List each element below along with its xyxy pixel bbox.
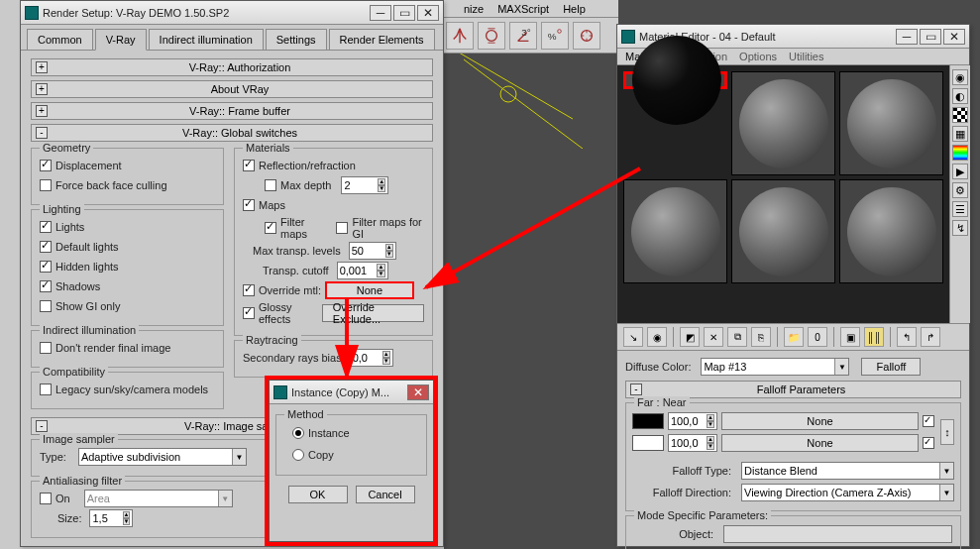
toolbar-align-icon[interactable] xyxy=(478,22,505,50)
minimize-button[interactable]: ─ xyxy=(896,29,918,45)
put-library-icon[interactable]: 📁 xyxy=(784,327,804,347)
maximize-button[interactable]: ▭ xyxy=(393,5,415,21)
sampler-type-select[interactable]: Adaptive subdivision▼ xyxy=(78,448,247,466)
material-id-icon[interactable]: 0 xyxy=(808,327,827,347)
background-icon[interactable] xyxy=(952,107,968,123)
get-material-icon[interactable]: ↘ xyxy=(623,327,643,347)
lights-checkbox[interactable] xyxy=(40,221,52,233)
near-map-button[interactable]: None xyxy=(721,434,919,452)
rollout-framebuffer[interactable]: +V-Ray:: Frame buffer xyxy=(31,102,433,120)
tab-settings[interactable]: Settings xyxy=(266,29,327,50)
sample-uv-icon[interactable]: ▦ xyxy=(952,126,968,142)
toolbar-spinner-icon[interactable] xyxy=(573,22,600,50)
dont-render-final-checkbox[interactable] xyxy=(40,342,52,354)
shadows-checkbox[interactable] xyxy=(40,280,52,292)
max-depth-checkbox[interactable] xyxy=(265,179,276,191)
max-transp-spinner[interactable]: ▲▼ xyxy=(349,242,396,260)
material-slot-6[interactable] xyxy=(839,179,943,283)
tab-render-elements[interactable]: Render Elements xyxy=(329,29,435,50)
toolbar-percent-icon[interactable]: % xyxy=(541,22,569,50)
tab-indirect[interactable]: Indirect illumination xyxy=(149,29,264,50)
video-color-icon[interactable] xyxy=(952,145,968,161)
swap-colors-icon[interactable]: ↕ xyxy=(940,419,954,445)
menu-maxscript[interactable]: MAXScript xyxy=(497,3,549,15)
force-back-face-checkbox[interactable] xyxy=(40,179,52,191)
far-map-checkbox[interactable] xyxy=(923,415,934,427)
toolbar-angle-icon[interactable]: 3° xyxy=(509,22,537,50)
near-amount-spinner[interactable]: ▲▼ xyxy=(668,434,717,452)
map-name-select[interactable]: Map #13▼ xyxy=(701,358,849,376)
render-setup-titlebar[interactable]: Render Setup: V-Ray DEMO 1.50.SP2 ─ ▭ ✕ xyxy=(21,1,443,25)
near-map-checkbox[interactable] xyxy=(923,437,934,449)
window-icon xyxy=(273,385,287,399)
falloff-type-select[interactable]: Distance Blend▼ xyxy=(741,462,954,480)
override-exclude-button[interactable]: Override Exclude... xyxy=(322,304,424,322)
sample-type-icon[interactable]: ◉ xyxy=(952,69,968,85)
options-icon[interactable]: ⚙ xyxy=(952,182,968,198)
aa-on-checkbox[interactable] xyxy=(40,493,52,504)
tab-common[interactable]: Common xyxy=(27,29,93,50)
secondary-bias-spinner[interactable]: ▲▼ xyxy=(350,349,393,367)
transp-cutoff-spinner[interactable]: ▲▼ xyxy=(337,262,388,279)
rollout-about[interactable]: +About VRay xyxy=(31,80,433,98)
reflection-checkbox[interactable] xyxy=(243,160,255,171)
select-by-material-icon[interactable]: ☰ xyxy=(952,201,968,217)
instance-dialog-titlebar[interactable]: Instance (Copy) M... ✕ xyxy=(270,381,433,404)
tab-vray[interactable]: V-Ray xyxy=(95,29,147,51)
reset-map-icon[interactable]: ✕ xyxy=(704,327,723,347)
color-swatch-far[interactable] xyxy=(632,413,664,429)
override-mtl-checkbox[interactable] xyxy=(243,284,255,296)
material-slot-3[interactable] xyxy=(839,71,943,175)
map-type-button[interactable]: Falloff xyxy=(861,358,921,376)
menu-help[interactable]: Help xyxy=(563,3,586,15)
material-map-nav-icon[interactable]: ↯ xyxy=(952,220,968,236)
method-group: Method Instance Copy xyxy=(275,414,427,476)
displacement-checkbox[interactable] xyxy=(40,160,52,171)
override-mtl-button[interactable]: None xyxy=(325,281,414,299)
make-copy-icon[interactable]: ⧉ xyxy=(727,327,747,347)
far-map-button[interactable]: None xyxy=(721,412,919,430)
menu-utilities[interactable]: Utilities xyxy=(789,51,823,62)
color-swatch-near[interactable] xyxy=(632,435,664,451)
far-amount-spinner[interactable]: ▲▼ xyxy=(668,412,717,430)
show-end-result-icon[interactable]: ║║ xyxy=(864,327,884,347)
default-lights-checkbox[interactable] xyxy=(40,241,52,253)
max-depth-spinner[interactable]: ▲▼ xyxy=(341,176,388,194)
material-slot-5[interactable] xyxy=(731,179,835,283)
ok-button[interactable]: OK xyxy=(288,486,348,503)
glossy-effects-checkbox[interactable] xyxy=(243,307,255,319)
go-forward-icon[interactable]: ↱ xyxy=(921,327,940,347)
minimize-button[interactable]: ─ xyxy=(370,5,391,21)
hidden-lights-checkbox[interactable] xyxy=(40,261,52,273)
make-unique-icon[interactable]: ⎘ xyxy=(751,327,771,347)
material-slot-2[interactable] xyxy=(731,71,835,175)
cancel-button[interactable]: Cancel xyxy=(356,486,415,503)
aa-size-spinner[interactable]: ▲▼ xyxy=(89,509,133,527)
maximize-button[interactable]: ▭ xyxy=(920,29,941,45)
backlight-icon[interactable]: ◐ xyxy=(952,88,968,104)
falloff-direction-select[interactable]: Viewing Direction (Camera Z-Axis)▼ xyxy=(741,484,954,501)
rollout-authorization[interactable]: +V-Ray:: Authorization xyxy=(31,58,433,76)
filter-maps-checkbox[interactable] xyxy=(265,222,276,234)
put-material-icon[interactable]: ◉ xyxy=(647,327,667,347)
maps-checkbox[interactable] xyxy=(243,199,255,211)
assign-selection-icon[interactable]: ◩ xyxy=(680,327,700,347)
instance-radio[interactable] xyxy=(292,427,304,439)
close-button[interactable]: ✕ xyxy=(417,5,439,21)
show-map-icon[interactable]: ▣ xyxy=(840,327,860,347)
filter-maps-gi-checkbox[interactable] xyxy=(336,222,348,234)
show-gi-only-checkbox[interactable] xyxy=(40,300,52,312)
close-button[interactable]: ✕ xyxy=(943,29,965,45)
go-parent-icon[interactable]: ↰ xyxy=(897,327,917,347)
object-pick-button[interactable] xyxy=(723,525,952,543)
toolbar-mirror-icon[interactable] xyxy=(446,22,474,50)
make-preview-icon[interactable]: ▶ xyxy=(952,164,968,179)
menu-unknown[interactable]: nize xyxy=(464,3,484,15)
rollout-global-switches[interactable]: -V-Ray:: Global switches xyxy=(31,124,433,142)
close-button[interactable]: ✕ xyxy=(407,384,429,400)
copy-radio[interactable] xyxy=(292,449,304,461)
material-slot-1[interactable] xyxy=(623,71,727,89)
legacy-checkbox[interactable] xyxy=(40,384,52,395)
menu-options[interactable]: Options xyxy=(739,51,777,62)
material-slot-4[interactable] xyxy=(623,179,727,283)
